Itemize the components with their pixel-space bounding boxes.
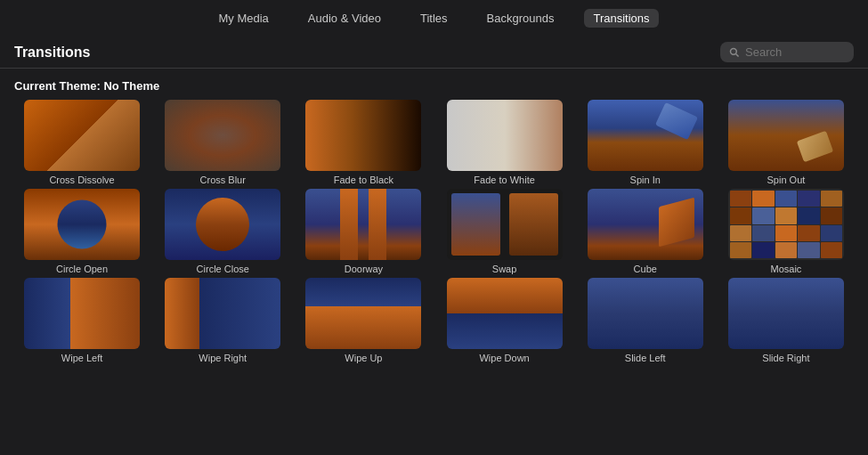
transition-item-cross-blur[interactable]: Cross Blur (155, 100, 290, 185)
mosaic-cell (821, 225, 842, 241)
transition-thumb-doorway (305, 189, 421, 260)
transition-item-wipe-up[interactable]: Wipe Up (296, 278, 431, 363)
theme-label: Current Theme: No Theme (0, 74, 868, 100)
mosaic-cell (798, 225, 819, 241)
transition-item-circle-close[interactable]: Circle Close (155, 189, 290, 274)
search-input[interactable] (745, 45, 845, 59)
mosaic-cell (752, 225, 774, 241)
search-icon (729, 46, 740, 59)
transition-item-spin-in[interactable]: Spin In (578, 100, 713, 185)
transition-label-circle-open: Circle Open (56, 264, 108, 274)
transition-item-wipe-down[interactable]: Wipe Down (437, 278, 572, 363)
transitions-grid: Cross DissolveCross BlurFade to BlackFad… (0, 100, 868, 363)
transition-label-circle-close: Circle Close (197, 264, 249, 274)
nav-item-transitions[interactable]: Transitions (584, 9, 658, 28)
transition-label-doorway: Doorway (345, 264, 383, 274)
transition-label-cross-blur: Cross Blur (200, 175, 246, 185)
transition-thumb-cross-dissolve (24, 100, 140, 171)
transition-thumb-wipe-up (305, 278, 421, 349)
transition-label-wipe-right: Wipe Right (199, 353, 247, 363)
transition-label-spin-in: Spin In (630, 175, 661, 185)
transition-thumb-circle-open (24, 189, 140, 260)
transition-label-spin-out: Spin Out (767, 175, 806, 185)
mosaic-cell (752, 207, 774, 223)
search-box[interactable] (720, 42, 854, 62)
header-row: Transitions (0, 35, 868, 68)
transition-thumb-cross-blur (165, 100, 280, 171)
transition-item-wipe-right[interactable]: Wipe Right (155, 278, 290, 363)
transition-thumb-spin-in (588, 100, 703, 171)
mosaic-cell (821, 207, 842, 223)
top-nav: My MediaAudio & VideoTitlesBackgroundsTr… (0, 0, 868, 35)
svg-point-0 (731, 48, 737, 54)
nav-item-titles[interactable]: Titles (411, 9, 457, 28)
transition-item-mosaic[interactable]: Mosaic (718, 189, 854, 274)
transition-label-swap: Swap (492, 264, 517, 274)
transition-item-cross-dissolve[interactable]: Cross Dissolve (14, 100, 150, 185)
transition-label-slide-right: Slide Right (762, 353, 809, 363)
svg-line-1 (736, 53, 739, 56)
transition-item-spin-out[interactable]: Spin Out (718, 100, 854, 185)
nav-item-audio-video[interactable]: Audio & Video (299, 9, 390, 28)
transition-item-slide-right[interactable]: Slide Right (718, 278, 854, 363)
mosaic-cell (821, 242, 842, 258)
transition-label-slide-left: Slide Left (625, 353, 666, 363)
transition-thumb-wipe-left (24, 278, 140, 349)
transition-item-swap[interactable]: Swap (437, 189, 572, 274)
mosaic-cell (775, 225, 797, 241)
mosaic-cell (798, 207, 819, 223)
transition-thumb-circle-close (165, 189, 280, 260)
transition-label-wipe-left: Wipe Left (61, 353, 102, 363)
mosaic-cell (775, 242, 797, 258)
transition-item-wipe-left[interactable]: Wipe Left (14, 278, 150, 363)
transition-thumb-swap (447, 189, 563, 260)
transition-item-circle-open[interactable]: Circle Open (14, 189, 150, 274)
mosaic-cell (798, 191, 819, 207)
transition-thumb-mosaic (728, 189, 844, 260)
transition-thumb-spin-out (728, 100, 844, 171)
mosaic-cell (730, 207, 751, 223)
mosaic-cell (821, 191, 842, 207)
mosaic-cell (798, 242, 819, 258)
transition-label-fade-to-white: Fade to White (474, 175, 534, 185)
mosaic-cell (775, 207, 797, 223)
transition-item-fade-to-white[interactable]: Fade to White (437, 100, 572, 185)
transition-thumb-fade-to-white (447, 100, 563, 171)
transition-item-doorway[interactable]: Doorway (296, 189, 431, 274)
transition-thumb-wipe-down (447, 278, 563, 349)
transition-thumb-wipe-right (165, 278, 280, 349)
mosaic-cell (730, 225, 751, 241)
mosaic-cell (730, 191, 751, 207)
transition-label-wipe-up: Wipe Up (345, 353, 382, 363)
transition-label-cube: Cube (634, 264, 657, 274)
nav-item-my-media[interactable]: My Media (209, 9, 277, 28)
mosaic-cell (730, 242, 751, 258)
transition-label-mosaic: Mosaic (770, 264, 801, 274)
transition-thumb-fade-to-black (305, 100, 421, 171)
section-title: Transitions (14, 45, 90, 61)
mosaic-cell (775, 191, 797, 207)
transition-label-cross-dissolve: Cross Dissolve (49, 175, 114, 185)
divider (0, 68, 868, 69)
mosaic-cell (752, 242, 774, 258)
nav-item-backgrounds[interactable]: Backgrounds (478, 9, 564, 28)
transition-label-wipe-down: Wipe Down (479, 353, 529, 363)
transition-item-slide-left[interactable]: Slide Left (578, 278, 713, 363)
transition-thumb-slide-left (588, 278, 703, 349)
transition-thumb-cube (588, 189, 703, 260)
transition-item-fade-to-black[interactable]: Fade to Black (296, 100, 431, 185)
transition-item-cube[interactable]: Cube (578, 189, 713, 274)
mosaic-cell (752, 191, 774, 207)
transition-thumb-slide-right (728, 278, 844, 349)
transition-label-fade-to-black: Fade to Black (334, 175, 393, 185)
